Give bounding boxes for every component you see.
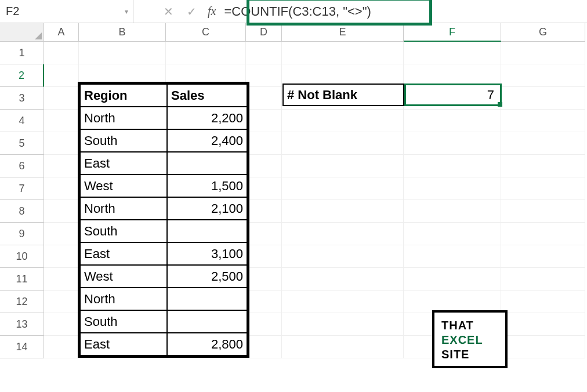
cell[interactable] xyxy=(246,110,282,132)
row-header[interactable]: 12 xyxy=(0,291,44,313)
cell[interactable] xyxy=(44,64,79,87)
cell-sales[interactable] xyxy=(167,220,247,242)
cell[interactable] xyxy=(282,245,404,268)
cell-region[interactable]: West xyxy=(80,175,167,197)
row-header[interactable]: 9 xyxy=(0,223,44,245)
cell-sales[interactable]: 2,100 xyxy=(167,197,247,220)
cell-region[interactable]: North xyxy=(80,107,167,129)
cell[interactable] xyxy=(501,245,585,268)
cell-sales[interactable]: 2,200 xyxy=(167,107,247,129)
cell[interactable] xyxy=(404,110,501,132)
col-header-B[interactable]: B xyxy=(79,23,166,42)
row-header[interactable]: 14 xyxy=(0,336,44,358)
col-header-D[interactable]: D xyxy=(246,23,282,42)
cell-sales[interactable]: 2,500 xyxy=(167,265,247,288)
cell[interactable] xyxy=(246,200,282,223)
cell[interactable] xyxy=(501,336,585,358)
cell[interactable] xyxy=(282,313,404,336)
row-header[interactable]: 5 xyxy=(0,132,44,155)
cell-sales[interactable]: 2,800 xyxy=(167,333,247,355)
name-box[interactable]: F2 ▾ xyxy=(0,0,133,23)
cell[interactable] xyxy=(501,177,585,200)
cell-region[interactable]: East xyxy=(80,242,167,265)
row-header[interactable]: 1 xyxy=(0,42,44,64)
row-header[interactable]: 7 xyxy=(0,177,44,200)
col-header-E[interactable]: E xyxy=(282,23,404,42)
cell[interactable] xyxy=(246,177,282,200)
cell-region[interactable]: East xyxy=(80,152,167,175)
cell[interactable] xyxy=(501,110,585,132)
cell[interactable] xyxy=(282,291,404,313)
header-region[interactable]: Region xyxy=(80,84,167,107)
cell[interactable] xyxy=(501,87,585,110)
row-header[interactable]: 3 xyxy=(0,87,44,110)
col-header-A[interactable]: A xyxy=(44,23,79,42)
cell-region[interactable]: East xyxy=(80,333,167,355)
cell[interactable] xyxy=(404,200,501,223)
cell[interactable] xyxy=(501,42,585,64)
cell[interactable] xyxy=(246,268,282,291)
cell[interactable] xyxy=(501,155,585,177)
cell[interactable] xyxy=(404,245,501,268)
cell-sales[interactable]: 1,500 xyxy=(167,175,247,197)
cell-region[interactable]: North xyxy=(80,288,167,310)
row-header[interactable]: 8 xyxy=(0,200,44,223)
cell-sales[interactable] xyxy=(167,152,247,175)
cell[interactable] xyxy=(501,223,585,245)
result-label[interactable]: # Not Blank xyxy=(282,84,404,106)
cell-region[interactable]: North xyxy=(80,197,167,220)
cell[interactable] xyxy=(246,336,282,358)
cell[interactable] xyxy=(404,223,501,245)
cell[interactable] xyxy=(44,268,79,291)
cell[interactable] xyxy=(501,200,585,223)
cell-region[interactable]: South xyxy=(80,220,167,242)
row-header[interactable]: 13 xyxy=(0,313,44,336)
formula-input[interactable]: =COUNTIF(C3:C13, "<>") xyxy=(220,4,371,19)
cell[interactable] xyxy=(246,245,282,268)
cell[interactable] xyxy=(246,64,282,87)
cell[interactable] xyxy=(44,313,79,336)
cell[interactable] xyxy=(501,268,585,291)
cell[interactable] xyxy=(404,268,501,291)
cell[interactable] xyxy=(44,336,79,358)
cell[interactable] xyxy=(282,177,404,200)
cell-sales[interactable]: 2,400 xyxy=(167,129,247,152)
fx-icon[interactable]: fx xyxy=(203,5,220,18)
cell-region[interactable]: South xyxy=(80,310,167,333)
row-header[interactable]: 4 xyxy=(0,110,44,132)
cell[interactable] xyxy=(282,200,404,223)
cell[interactable] xyxy=(246,42,282,64)
row-header[interactable]: 6 xyxy=(0,155,44,177)
select-all-corner[interactable] xyxy=(0,23,44,42)
cell[interactable] xyxy=(246,291,282,313)
cell[interactable] xyxy=(166,42,246,64)
cell[interactable] xyxy=(282,336,404,358)
cell[interactable] xyxy=(501,291,585,313)
cell-region[interactable]: South xyxy=(80,129,167,152)
cell[interactable] xyxy=(44,291,79,313)
header-sales[interactable]: Sales xyxy=(167,84,247,107)
row-header[interactable]: 11 xyxy=(0,268,44,291)
cell[interactable] xyxy=(44,42,79,64)
cell[interactable] xyxy=(404,155,501,177)
cell[interactable] xyxy=(501,64,585,87)
cell[interactable] xyxy=(282,132,404,155)
col-header-C[interactable]: C xyxy=(166,23,246,42)
cell[interactable] xyxy=(246,223,282,245)
cell[interactable] xyxy=(79,42,166,64)
cell[interactable] xyxy=(404,42,501,64)
cell[interactable] xyxy=(44,245,79,268)
cell[interactable] xyxy=(282,110,404,132)
cell[interactable] xyxy=(501,132,585,155)
cell[interactable] xyxy=(44,132,79,155)
cell[interactable] xyxy=(282,42,404,64)
row-header[interactable]: 10 xyxy=(0,245,44,268)
col-header-F[interactable]: F xyxy=(404,23,501,42)
cell-sales[interactable]: 3,100 xyxy=(167,242,247,265)
cell[interactable] xyxy=(44,87,79,110)
cell[interactable] xyxy=(44,200,79,223)
col-header-G[interactable]: G xyxy=(501,23,585,42)
cell[interactable] xyxy=(404,177,501,200)
cell[interactable] xyxy=(404,132,501,155)
chevron-down-icon[interactable]: ▾ xyxy=(125,8,128,16)
